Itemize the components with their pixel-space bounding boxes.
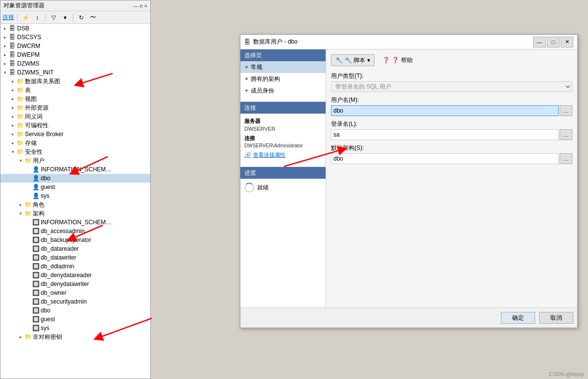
page-item-membership[interactable]: ✦ 成员身份 [240,85,326,96]
tree-expander[interactable] [25,325,32,332]
tree-expander[interactable]: ▸ [1,43,8,49]
tree-item-user_guest[interactable]: 👤guest [0,183,150,191]
login-name-input[interactable] [331,129,559,140]
schema-browse-btn[interactable]: … [560,153,572,164]
toolbar-refresh-btn[interactable]: ↕ [32,13,42,23]
connect-label[interactable]: 连接 [2,13,14,22]
page-item-schema[interactable]: ✦ 拥有的架构 [240,73,326,85]
tree-item-programmable[interactable]: ▸📁可编程性 [0,121,150,130]
tree-expander[interactable] [25,281,32,287]
toolbar-connect-btn[interactable]: ⚡ [21,13,30,23]
tree-expander[interactable]: ▸ [9,113,16,120]
tree-expander[interactable] [25,289,32,296]
tree-expander[interactable]: ▸ [9,95,16,102]
tree-expander[interactable]: ▸ [9,104,16,111]
tree-expander[interactable] [25,219,32,226]
tree-item-schema_db_datawriter[interactable]: 🔲db_datawriter [0,253,150,262]
page-item-general[interactable]: ✦ 常规 [240,61,326,73]
tree-item-storage[interactable]: ▸📁存储 [0,139,150,147]
tree-item-schema_db_backupoperator[interactable]: 🔲db_backupoperator [0,236,150,244]
view-connection-link[interactable]: 🔗 查看连接属性 [244,151,322,159]
tree-item-user_sys[interactable]: 👤sys [0,191,150,200]
username-browse-btn[interactable]: … [560,105,572,116]
tree-item-schema_db_ddladmin[interactable]: 🔲db_ddladmin [0,262,150,271]
tree-item-user_dbo[interactable]: 👤dbo [0,174,150,183]
login-browse-btn[interactable]: … [560,129,572,140]
tree-expander[interactable] [25,307,32,314]
tree-expander[interactable]: ▸ [9,87,16,94]
maximize-button[interactable]: □ [547,37,560,47]
tree-expander[interactable]: ▸ [9,140,16,146]
tree-item-dsb[interactable]: ▸🗄DSB [0,24,150,33]
tree-expander[interactable] [25,237,32,243]
tree-expander[interactable] [25,192,32,199]
tree-item-schemas[interactable]: ▾📁架构 [0,209,150,218]
tree-item-tables[interactable]: ▸📁表 [0,86,150,95]
tree-item-schema_db_accessadmin[interactable]: 🔲db_accessadmin [0,227,150,236]
toolbar-filter2-btn[interactable]: ▾ [60,13,70,23]
tree-expander[interactable] [25,228,32,235]
tree-expander[interactable] [25,166,32,173]
tree-expander[interactable] [25,254,32,261]
tree-expander[interactable]: ▸ [1,34,8,41]
tree-expander[interactable] [25,175,32,182]
default-schema-input[interactable] [331,153,559,164]
tree-expander[interactable]: ▾ [9,148,16,155]
tree-item-schema_guest[interactable]: 🔲guest [0,315,150,324]
tree-container[interactable]: ▸🗄DSB▸🗄DSCSYS▸🗄DWCRM▸🗄DWEPM▸🗄DZWMS▾🗄DZWM… [0,24,150,379]
tree-expander[interactable] [25,272,32,279]
script-button[interactable]: 🔧 🔧 脚本 ▾ [331,54,375,66]
tree-item-schema_db_denydatareader[interactable]: 🔲db_denydatareader [0,271,150,280]
cancel-button[interactable]: 取消 [539,312,573,324]
tree-item-user_information_schema[interactable]: 👤INFORMATION_SCHEM… [0,165,150,174]
confirm-button[interactable]: 确定 [501,312,535,324]
tree-item-noncluster[interactable]: ▸📁非对称密钥 [0,332,150,341]
tree-item-schema_dbo[interactable]: 🔲dbo [0,306,150,315]
tree-item-users[interactable]: ▾📁用户 [0,156,150,165]
tree-item-schema_sys[interactable]: 🔲sys [0,324,150,332]
tree-item-roles[interactable]: ▸📁角色 [0,200,150,209]
tree-item-views[interactable]: ▸📁视图 [0,95,150,103]
toolbar-refresh2-btn[interactable]: ↻ [76,13,86,23]
minimize-button[interactable]: — [533,37,546,47]
tree-item-dzwms_init[interactable]: ▾🗄DZWMS_INIT [0,68,150,77]
tree-item-dwepm[interactable]: ▸🗄DWEPM [0,50,150,59]
tree-item-schema_db_datareader[interactable]: 🔲db_datareader [0,244,150,253]
tree-expander[interactable]: ▸ [9,122,16,129]
tree-icon-user: 👤 [32,183,40,191]
tree-expander[interactable] [25,245,32,252]
tree-expander[interactable]: ▸ [9,78,16,85]
tree-item-synonyms[interactable]: ▸📁同义词 [0,112,150,121]
tree-item-dscsys[interactable]: ▸🗄DSCSYS [0,33,150,42]
username-input[interactable] [331,105,559,116]
tree-item-schema_db_owner[interactable]: 🔲db_owner [0,288,150,297]
tree-expander[interactable] [25,298,32,305]
tree-item-dzwms[interactable]: ▸🗄DZWMS [0,59,150,68]
tree-expander[interactable]: ▸ [1,51,8,58]
tree-expander[interactable]: ▸ [9,131,16,138]
help-button[interactable]: ❓ ❓ 帮助 [378,54,416,66]
tree-item-schema_db_securityadmin[interactable]: 🔲db_securityadmin [0,297,150,306]
tree-expander[interactable]: ▾ [17,210,24,217]
tree-expander[interactable]: ▸ [1,25,8,32]
user-type-select[interactable]: 带登录名的 SQL 用户 [331,81,572,92]
tree-item-security[interactable]: ▾📁安全性 [0,147,150,156]
tree-item-db_diagram[interactable]: ▸📁数据库关系图 [0,77,150,86]
toolbar-filter-btn[interactable]: ▽ [48,13,58,23]
tree-expander[interactable]: ▸ [17,333,24,340]
toolbar-activity-btn[interactable]: 〜 [88,13,98,23]
tree-item-schema_information_schema[interactable]: 🔲INFORMATION_SCHEM… [0,218,150,227]
tree-expander[interactable]: ▾ [17,157,24,164]
tree-item-schema_db_denydatawriter[interactable]: 🔲db_denydatawriter [0,280,150,288]
tree-item-dwcrm[interactable]: ▸🗄DWCRM [0,42,150,50]
tree-expander[interactable] [25,184,32,190]
close-button[interactable]: ✕ [561,37,573,47]
pin-icon[interactable]: — п × [133,3,148,9]
tree-expander[interactable]: ▸ [17,201,24,208]
tree-expander[interactable] [25,263,32,270]
tree-item-servicebroker[interactable]: ▸📁Service Broker [0,130,150,139]
tree-expander[interactable]: ▸ [1,60,8,67]
tree-item-external[interactable]: ▸📁外部资源 [0,103,150,112]
tree-expander[interactable]: ▾ [1,69,8,76]
tree-expander[interactable] [25,316,32,323]
